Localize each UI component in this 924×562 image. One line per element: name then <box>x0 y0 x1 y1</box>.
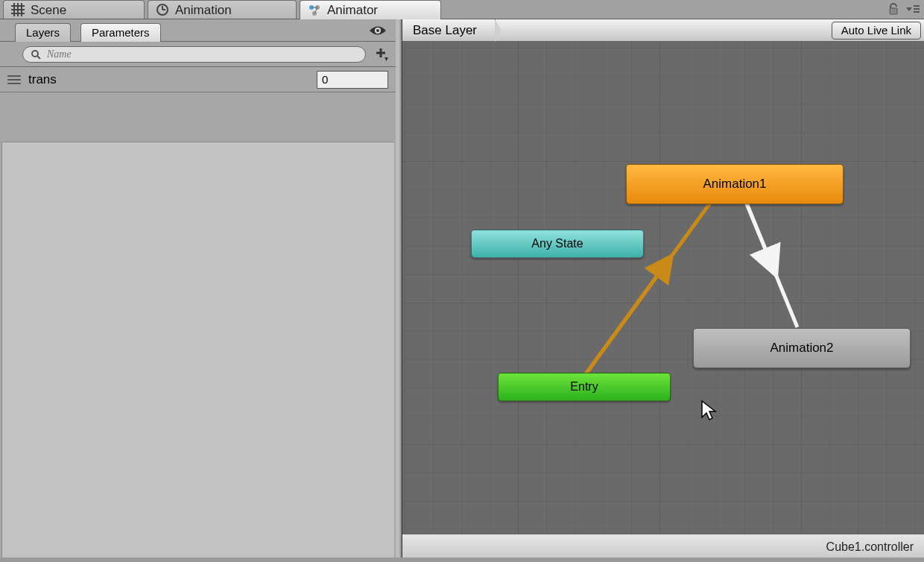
window-footer-strip <box>0 558 924 562</box>
svg-rect-14 <box>890 8 897 14</box>
parameter-search[interactable] <box>22 46 366 63</box>
tab-animation-label: Animation <box>175 1 232 19</box>
animator-window: Layers Parameters <box>0 19 924 562</box>
tab-layers-label: Layers <box>26 26 60 39</box>
animator-icon <box>308 4 321 17</box>
breadcrumb-bar: Base Layer Auto Live Link <box>402 19 924 42</box>
parameter-value-input[interactable]: 0 <box>317 71 388 89</box>
svg-rect-17 <box>914 8 920 10</box>
tab-animator-label: Animator <box>327 1 378 19</box>
state-node-any-state[interactable]: Any State <box>471 230 644 258</box>
state-graph-canvas[interactable]: Animation1 Any State Animation2 Entry <box>402 42 924 534</box>
search-icon <box>31 49 41 60</box>
add-parameter-button[interactable] <box>373 47 388 62</box>
tab-scene[interactable]: Scene <box>3 0 145 19</box>
parameter-row[interactable]: trans 0 <box>0 67 396 92</box>
tab-animation[interactable]: Animation <box>148 0 297 19</box>
parameter-empty-area <box>1 142 394 562</box>
status-controller-name: Cube1.controller <box>826 540 914 554</box>
svg-point-21 <box>32 51 38 57</box>
state-node-entry[interactable]: Entry <box>498 373 671 401</box>
svg-rect-18 <box>914 11 920 13</box>
parameters-panel: Layers Parameters <box>0 19 402 562</box>
svg-marker-15 <box>906 7 912 11</box>
tab-scene-label: Scene <box>31 1 66 19</box>
svg-rect-16 <box>914 5 920 7</box>
graph-panel: Base Layer Auto Live Link <box>402 19 924 562</box>
svg-point-20 <box>376 29 379 32</box>
splitter-handle[interactable] <box>396 19 402 562</box>
clock-icon <box>156 3 169 16</box>
tab-parameters-label: Parameters <box>92 26 150 39</box>
tab-parameters[interactable]: Parameters <box>80 23 161 42</box>
tab-animator[interactable]: Animator <box>300 0 441 19</box>
breadcrumb-layer[interactable]: Base Layer <box>404 19 496 42</box>
tab-menu-icon[interactable] <box>906 4 920 13</box>
editor-tab-bar: Scene Animation Animator <box>0 0 924 19</box>
grid-background <box>402 42 924 534</box>
auto-live-link-button[interactable]: Auto Live Link <box>832 22 921 40</box>
state-node-animation2[interactable]: Animation2 <box>693 328 911 368</box>
parameter-toolbar <box>0 42 396 67</box>
svg-marker-25 <box>385 57 388 61</box>
scene-icon <box>11 3 25 16</box>
drag-handle-icon[interactable] <box>7 75 21 84</box>
parameter-list: trans 0 <box>0 67 396 562</box>
lp-tab-bar: Layers Parameters <box>0 19 396 42</box>
state-node-animation1[interactable]: Animation1 <box>626 164 844 204</box>
lock-icon[interactable] <box>888 3 899 15</box>
visibility-toggle[interactable] <box>369 24 387 37</box>
tab-layers[interactable]: Layers <box>15 23 71 42</box>
svg-line-22 <box>37 56 40 59</box>
parameter-search-input[interactable] <box>45 48 358 61</box>
parameter-name: trans <box>28 72 317 87</box>
